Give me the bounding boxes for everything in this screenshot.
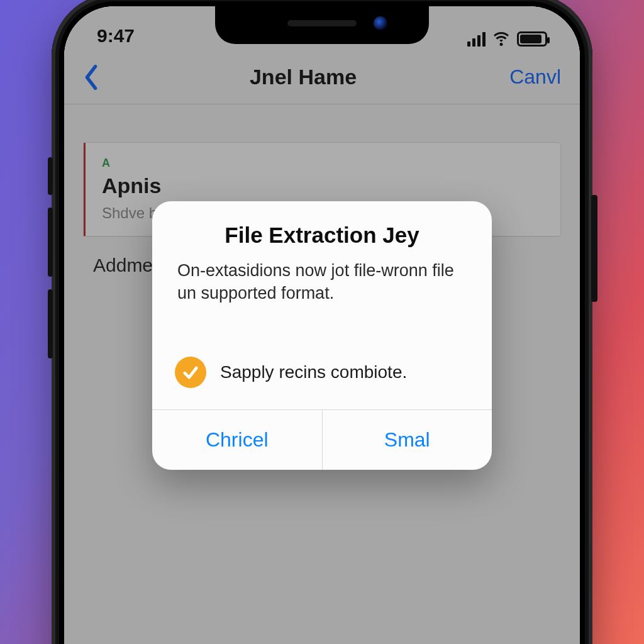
alert-primary-button[interactable]: Chricel <box>152 410 322 470</box>
alert-body: File Extraction Jey On-extasidions now j… <box>152 201 492 316</box>
alert-secondary-button[interactable]: Smal <box>322 410 492 470</box>
volume-down-button <box>48 289 53 358</box>
phone-device-frame: 9:47 Jnel Hame Canvl <box>52 0 592 644</box>
alert-status-text: Sapply recins combiote. <box>220 362 407 382</box>
power-button <box>591 195 597 302</box>
checkmark-icon <box>175 357 206 388</box>
alert-title: File Extraction Jey <box>175 223 469 248</box>
alert-status-row: Sapply recins combiote. <box>152 357 492 409</box>
front-camera <box>374 16 387 30</box>
alert-dialog: File Extraction Jey On-extasidions now j… <box>152 201 492 470</box>
notch <box>215 6 429 44</box>
alert-button-row: Chricel Smal <box>152 409 492 470</box>
speaker-grille <box>287 20 357 26</box>
volume-up-button <box>48 208 53 277</box>
alert-spacer <box>152 316 492 357</box>
mute-switch <box>48 157 53 195</box>
phone-screen: 9:47 Jnel Hame Canvl <box>64 6 580 644</box>
alert-message: On-extasidions now jot file-wronn file u… <box>175 259 469 305</box>
